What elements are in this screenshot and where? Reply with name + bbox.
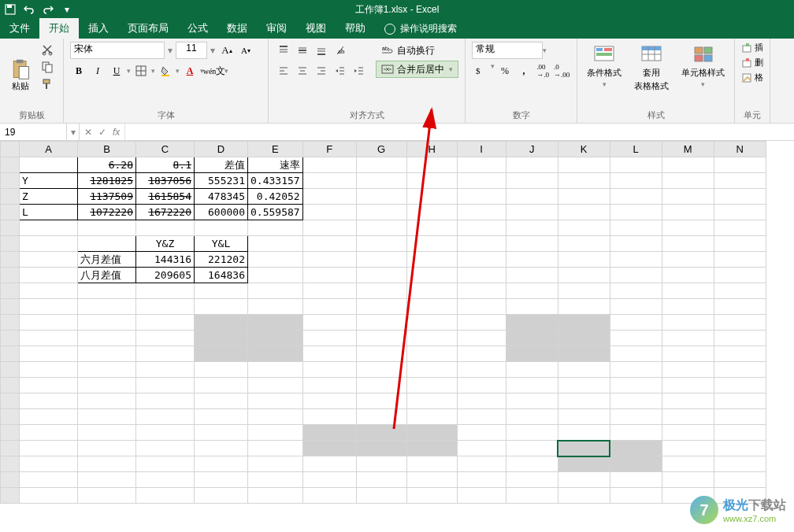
cell-B8[interactable]: 八月差值 <box>78 268 136 283</box>
cell-J13[interactable] <box>506 346 558 362</box>
tab-home[interactable]: 开始 <box>39 18 79 39</box>
cell-E7[interactable] <box>248 252 303 268</box>
percent-icon[interactable]: % <box>496 62 514 79</box>
col-header-C[interactable]: C <box>136 142 195 157</box>
name-box[interactable]: 19 <box>0 124 67 140</box>
cell-C22[interactable] <box>136 488 195 504</box>
cell-M13[interactable] <box>662 346 714 362</box>
cell-J14[interactable] <box>506 362 558 378</box>
cell-I5[interactable] <box>457 220 506 236</box>
cell-E3[interactable]: 0.42052 <box>248 189 303 205</box>
cell-D7[interactable]: 221202 <box>195 252 248 268</box>
cell-N15[interactable] <box>714 378 766 393</box>
cell-C15[interactable] <box>136 378 195 393</box>
cell-A2[interactable]: Y <box>20 173 78 189</box>
cell-M16[interactable] <box>662 393 714 409</box>
cell-I2[interactable] <box>457 173 506 189</box>
cell-M18[interactable] <box>662 425 714 441</box>
cell-J22[interactable] <box>506 488 558 504</box>
conditional-format-button[interactable]: 条件格式 ▾ <box>584 42 625 90</box>
cell-J1[interactable] <box>506 157 558 173</box>
cell-H5[interactable] <box>406 220 457 236</box>
cell-J5[interactable] <box>506 220 558 236</box>
cell-D20[interactable] <box>195 456 248 472</box>
cell-C6[interactable]: Y&Z <box>136 236 195 252</box>
cell-B14[interactable] <box>78 362 136 378</box>
cell-F8[interactable] <box>302 268 356 283</box>
cell-D6[interactable]: Y&L <box>195 236 248 252</box>
cell-E20[interactable] <box>248 456 303 472</box>
cell-L11[interactable] <box>610 315 662 331</box>
cell-E12[interactable] <box>248 331 303 346</box>
cell-G17[interactable] <box>356 409 406 425</box>
cell-B11[interactable] <box>78 315 136 331</box>
cell-F22[interactable] <box>302 488 356 504</box>
row-header-5[interactable] <box>1 220 20 236</box>
cell-H4[interactable] <box>406 205 457 220</box>
wrap-text-button[interactable]: ab 自动换行 <box>376 42 458 59</box>
cell-D3[interactable]: 478345 <box>195 189 248 205</box>
cell-B19[interactable] <box>78 441 136 456</box>
cell-N21[interactable] <box>714 472 766 488</box>
cell-H12[interactable] <box>406 331 457 346</box>
cell-M17[interactable] <box>662 409 714 425</box>
cell-M19[interactable] <box>662 441 714 456</box>
cut-icon[interactable] <box>38 42 57 57</box>
tab-review[interactable]: 审阅 <box>257 18 296 39</box>
align-center-icon[interactable] <box>294 62 311 79</box>
row-header-16[interactable] <box>1 393 20 409</box>
cell-K6[interactable] <box>558 236 610 252</box>
col-header-K[interactable]: K <box>558 142 610 157</box>
cell-K12[interactable] <box>558 331 610 346</box>
cell-L6[interactable] <box>610 236 662 252</box>
decrease-indent-icon[interactable] <box>332 62 349 79</box>
cell-E10[interactable] <box>248 299 303 315</box>
cell-D1[interactable]: 差值 <box>195 157 248 173</box>
cell-D2[interactable]: 555231 <box>195 173 248 189</box>
cell-B2[interactable]: 1281825 <box>78 173 136 189</box>
cell-J17[interactable] <box>506 409 558 425</box>
cell-I17[interactable] <box>457 409 506 425</box>
cell-B21[interactable] <box>78 472 136 488</box>
cell-B5[interactable] <box>78 220 136 236</box>
cell-A18[interactable] <box>20 425 78 441</box>
cell-H14[interactable] <box>406 362 457 378</box>
cell-B10[interactable] <box>78 299 136 315</box>
cell-G6[interactable] <box>356 236 406 252</box>
cell-C4[interactable]: 1672220 <box>136 205 195 220</box>
cell-J19[interactable] <box>506 441 558 456</box>
cell-G16[interactable] <box>356 393 406 409</box>
row-header-7[interactable] <box>1 252 20 268</box>
cell-I8[interactable] <box>457 268 506 283</box>
spreadsheet[interactable]: ABCDEFGHIJKLMN6.288.1差值速率Y12818251837056… <box>0 141 794 504</box>
cell-E21[interactable] <box>248 472 303 488</box>
cell-E18[interactable] <box>248 425 303 441</box>
italic-button[interactable]: I <box>89 62 106 79</box>
cell-H13[interactable] <box>406 346 457 362</box>
cell-D21[interactable] <box>195 472 248 488</box>
col-header-J[interactable]: J <box>506 142 558 157</box>
cell-A5[interactable] <box>20 220 78 236</box>
cell-E22[interactable] <box>248 488 303 504</box>
align-left-icon[interactable] <box>275 62 292 79</box>
cell-B16[interactable] <box>78 393 136 409</box>
formula-input[interactable] <box>125 124 794 140</box>
cell-D15[interactable] <box>195 378 248 393</box>
cell-K14[interactable] <box>558 362 610 378</box>
cell-G10[interactable] <box>356 299 406 315</box>
cell-L10[interactable] <box>610 299 662 315</box>
cell-A12[interactable] <box>20 331 78 346</box>
cell-N8[interactable] <box>714 268 766 283</box>
cell-G8[interactable] <box>356 268 406 283</box>
cell-J10[interactable] <box>506 299 558 315</box>
cell-F7[interactable] <box>302 252 356 268</box>
cell-A14[interactable] <box>20 362 78 378</box>
cell-C12[interactable] <box>136 331 195 346</box>
cell-E17[interactable] <box>248 409 303 425</box>
cell-M6[interactable] <box>662 236 714 252</box>
cell-M5[interactable] <box>662 220 714 236</box>
tab-insert[interactable]: 插入 <box>79 18 118 39</box>
cell-A1[interactable] <box>20 157 78 173</box>
cell-A10[interactable] <box>20 299 78 315</box>
cell-C2[interactable]: 1837056 <box>136 173 195 189</box>
